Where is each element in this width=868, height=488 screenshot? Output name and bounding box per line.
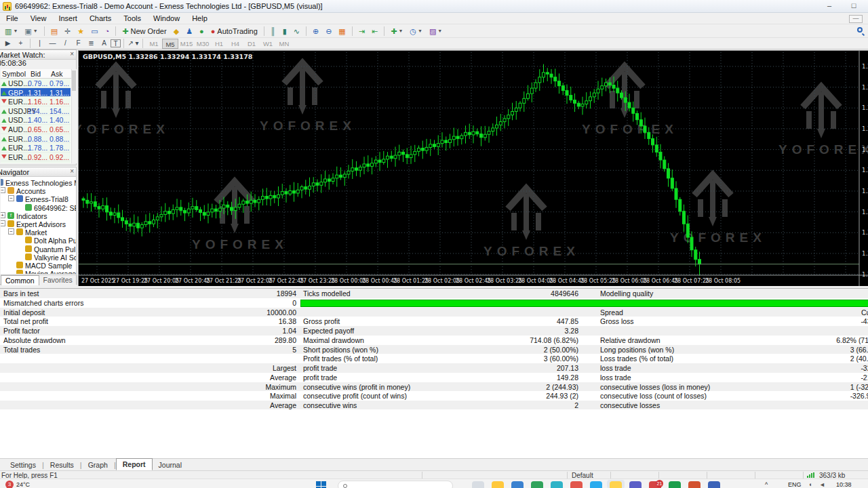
tray-chevron-icon[interactable]: ^	[765, 481, 768, 488]
market-watch-row-USD[interactable]: USD...0.79...0.79...	[1, 79, 71, 88]
child-minimize-button[interactable]: —	[849, 15, 863, 23]
menu-window[interactable]: Window	[147, 13, 186, 24]
app-icon[interactable]	[472, 481, 484, 488]
zoom-in-button[interactable]: ⊕	[310, 25, 321, 37]
column-header-ask[interactable]: Ask	[51, 70, 63, 78]
network-icon[interactable]: ◖	[808, 481, 812, 488]
shapes-button[interactable]: ↗ ▾	[127, 39, 140, 49]
timeframe-h1[interactable]: H1	[211, 39, 227, 49]
metatrader-icon[interactable]	[708, 481, 720, 488]
mt4-taskbar-icon[interactable]	[610, 481, 622, 488]
telegram-icon[interactable]	[590, 481, 602, 488]
timeframe-w1[interactable]: W1	[260, 39, 276, 49]
market-watch-row-USDJPY[interactable]: USDJPY154....154....	[1, 106, 71, 116]
tree-expand-icon[interactable]: −	[1, 187, 5, 193]
tester-tab-report[interactable]: Report	[116, 458, 153, 470]
trendline-button[interactable]: /	[59, 39, 72, 49]
menu-view[interactable]: View	[24, 13, 53, 24]
clock[interactable]: 10:38	[836, 481, 852, 488]
market-watch-row-EUR[interactable]: EUR...1.16...1.16...	[1, 97, 71, 106]
powerpoint-icon[interactable]	[688, 481, 701, 488]
tile-windows-button[interactable]: ▦	[336, 25, 348, 37]
text-button[interactable]: A	[98, 39, 111, 49]
start-button-icon[interactable]	[316, 481, 327, 488]
fibonacci-button[interactable]: F	[72, 39, 85, 49]
news-button[interactable]: ●	[197, 25, 207, 37]
tree-expand-icon[interactable]: −	[8, 228, 14, 235]
auto-scroll-button[interactable]: ⇥	[356, 25, 368, 37]
new-chart-button[interactable]: ▥▼	[2, 25, 20, 37]
tree-expand-icon[interactable]: −	[8, 195, 14, 201]
experts-dialog-button[interactable]: ♟	[183, 25, 195, 37]
market-watch-row-EUR[interactable]: EUR...0.92...0.92...	[1, 152, 71, 162]
menu-charts[interactable]: Charts	[83, 13, 117, 24]
navigator-item-69649962-sec[interactable]: 69649962: SEC	[34, 204, 76, 212]
timeframe-m15[interactable]: M15	[178, 39, 195, 49]
vertical-line-button[interactable]: |	[33, 39, 46, 49]
market-watch-row-EURJPY[interactable]: EURJPY178....178....	[1, 161, 71, 163]
chart-shift-button[interactable]: ⇤	[369, 25, 380, 37]
line-chart-button[interactable]: ∿	[291, 25, 302, 37]
maximize-button[interactable]: □	[844, 1, 864, 12]
navigator-item-moving-average[interactable]: Moving Average	[25, 270, 76, 274]
menu-insert[interactable]: Insert	[52, 13, 83, 24]
app-icon[interactable]	[511, 481, 524, 488]
taskbar-search-input[interactable]	[338, 481, 453, 488]
minimize-button[interactable]: –	[819, 1, 840, 12]
profiles-button[interactable]: ▣▼	[22, 25, 40, 37]
close-icon[interactable]: ×	[70, 51, 74, 58]
edge-icon[interactable]	[551, 481, 563, 488]
weather-alert-icon[interactable]: 3	[5, 481, 14, 488]
tester-tab-journal[interactable]: Journal	[153, 460, 188, 470]
strategy-tester-button[interactable]: ◔	[102, 25, 113, 37]
tester-tab-settings[interactable]: Settings	[4, 460, 42, 470]
periods-button[interactable]: ◷▼	[407, 25, 425, 37]
terminal-button[interactable]: ▭	[88, 25, 100, 37]
browser-icon[interactable]	[570, 481, 583, 488]
menu-tools[interactable]: Tools	[117, 13, 147, 24]
navigator-item-indicators[interactable]: Indicators	[16, 212, 47, 220]
tree-expand-icon[interactable]: −	[1, 220, 5, 226]
templates-button[interactable]: ▨▼	[427, 25, 445, 37]
tree-expand-icon[interactable]: +	[1, 212, 5, 218]
timeframe-h4[interactable]: H4	[227, 39, 243, 49]
navigator-item-market[interactable]: Market	[25, 228, 47, 237]
channels-button[interactable]: ≣	[85, 39, 98, 49]
data-window-button[interactable]: ✛	[62, 25, 73, 37]
timeframe-mn[interactable]: MN	[276, 39, 292, 49]
navigator-item-exness-trial8[interactable]: Exness-Trial8	[25, 195, 68, 203]
volume-icon[interactable]: ◄	[819, 481, 825, 488]
tester-tab-graph[interactable]: Graph	[82, 460, 114, 470]
autotrading-button[interactable]: ●AutoTrading	[208, 25, 260, 37]
navigator-item-exness-technologies-mt4[interactable]: Exness Technologies MT4	[5, 179, 76, 187]
bar-chart-button[interactable]: ║	[268, 25, 279, 37]
market-watch-row-GBP[interactable]: GBP...1.31...1.31...	[1, 88, 71, 98]
cursor-button[interactable]: ▶	[1, 39, 14, 49]
market-watch-row-AUD[interactable]: AUD...0.65...0.65...	[1, 125, 71, 134]
column-header-bid[interactable]: Bid	[31, 70, 41, 78]
new-order-button[interactable]: ✚New Order	[119, 25, 169, 37]
navigator-button[interactable]: ★	[75, 25, 87, 37]
market-watch-row-USD[interactable]: USD...1.40...1.40...	[1, 115, 71, 125]
navigator-tab-common[interactable]: Common	[1, 275, 39, 285]
label-button[interactable]: T	[111, 39, 121, 47]
navigator-item-expert-advisors[interactable]: Expert Advisors	[16, 220, 66, 228]
metaeditor-button[interactable]: ◆	[171, 25, 182, 37]
timeframe-m1[interactable]: M1	[146, 39, 162, 49]
timeframe-m30[interactable]: M30	[195, 39, 211, 49]
market-watch-scrollbar[interactable]	[71, 69, 77, 163]
column-header-symbol[interactable]: Symbol	[2, 70, 26, 78]
market-watch-row-EUR[interactable]: EUR...1.78...1.78...	[1, 143, 71, 152]
navigator-item-dolt-alpha-pu[interactable]: Dolt Alpha Pu	[34, 237, 76, 245]
app-icon[interactable]	[629, 481, 642, 488]
navigator-tab-favorites[interactable]: Favorites	[39, 275, 77, 285]
navigator-item-accounts[interactable]: Accounts	[16, 187, 45, 195]
navigator-item-quantum-pul[interactable]: Quantum Pul	[34, 245, 75, 253]
timeframe-m5[interactable]: M5	[162, 39, 178, 49]
timeframe-d1[interactable]: D1	[243, 39, 260, 49]
crosshair-button[interactable]: +	[14, 39, 27, 49]
app-icon[interactable]	[531, 481, 543, 488]
candlestick-chart-button[interactable]: ▮	[280, 25, 290, 37]
search-icon[interactable]	[857, 27, 863, 33]
market-watch-button[interactable]: ▤	[48, 25, 60, 37]
